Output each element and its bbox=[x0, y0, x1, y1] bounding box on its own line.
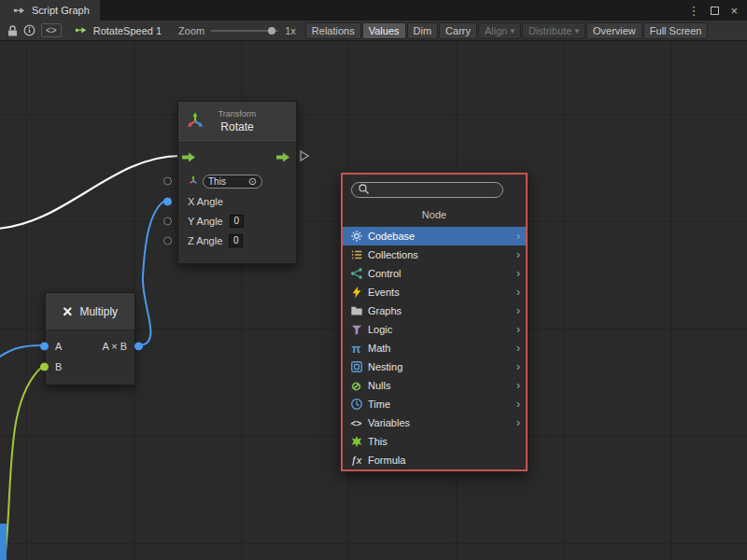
finder-item-nesting[interactable]: Nesting › bbox=[343, 357, 526, 376]
this-field-value: This bbox=[208, 176, 226, 187]
time-icon bbox=[349, 398, 363, 411]
object-picker-icon[interactable]: ⊙ bbox=[248, 176, 257, 187]
finder-item-label: Codebase bbox=[368, 231, 415, 242]
z-angle-input[interactable]: 0 bbox=[229, 234, 243, 247]
events-icon bbox=[349, 286, 363, 299]
finder-item-graphs[interactable]: Graphs › bbox=[343, 301, 526, 320]
finder-item-label: Time bbox=[368, 399, 390, 410]
finder-item-math[interactable]: π Math › bbox=[343, 339, 526, 357]
node-rotate[interactable]: Transform Rotate bbox=[177, 101, 297, 264]
a-label: A bbox=[55, 341, 62, 352]
node-multiply[interactable]: × Multiply A A × B B bbox=[45, 292, 135, 385]
node-title: Multiply bbox=[79, 305, 118, 318]
finder-item-events[interactable]: Events › bbox=[343, 283, 526, 301]
finder-search-box[interactable] bbox=[351, 182, 503, 198]
a-times-b-label: A × B bbox=[102, 341, 134, 352]
node-multiply-header[interactable]: × Multiply bbox=[46, 293, 134, 330]
wire-multiply-to-x-angle bbox=[140, 200, 166, 345]
tab-script-graph[interactable]: Script Graph bbox=[0, 0, 100, 21]
info-icon[interactable] bbox=[21, 22, 37, 39]
flow-output-icon[interactable] bbox=[276, 152, 290, 162]
b-label: B bbox=[55, 361, 62, 372]
unity-script-graph-window: Script Graph ⋮ × <> RotateSpeed 1 Zoom 1… bbox=[0, 0, 747, 560]
graph-canvas[interactable]: Transform Rotate bbox=[0, 41, 747, 560]
port-row-y-angle: Y Angle 0 bbox=[178, 211, 296, 231]
edge-wire-highlight bbox=[0, 524, 7, 560]
relations-button[interactable]: Relations bbox=[305, 22, 361, 39]
finder-item-label: This bbox=[368, 436, 388, 447]
node-multiply-body: A A × B B bbox=[46, 330, 134, 377]
z-angle-label: Z Angle bbox=[188, 235, 222, 246]
graphs-icon bbox=[349, 304, 363, 317]
breadcrumb[interactable]: RotateSpeed 1 bbox=[73, 22, 162, 39]
chevron-right-icon: › bbox=[516, 379, 520, 392]
lock-icon[interactable] bbox=[4, 22, 21, 39]
align-button[interactable]: Align▾ bbox=[478, 22, 521, 39]
overview-button[interactable]: Overview bbox=[586, 22, 642, 39]
port-row-x-angle: X Angle bbox=[178, 191, 296, 211]
finder-item-label: Graphs bbox=[368, 305, 402, 316]
align-label: Align bbox=[485, 25, 507, 36]
chevron-right-icon: › bbox=[516, 323, 520, 336]
title-bar: Script Graph ⋮ × bbox=[0, 0, 747, 21]
x-angle-label: X Angle bbox=[188, 196, 223, 207]
finder-item-this[interactable]: This bbox=[343, 432, 526, 451]
distribute-label: Distribute bbox=[529, 25, 571, 36]
zoom-slider-handle[interactable] bbox=[268, 27, 275, 35]
transform-icon bbox=[186, 112, 204, 133]
port-this[interactable] bbox=[163, 177, 172, 186]
variables-icon: <> bbox=[349, 418, 363, 428]
flow-row bbox=[178, 143, 296, 171]
port-a[interactable] bbox=[40, 343, 49, 351]
zoom-slider[interactable] bbox=[211, 30, 278, 32]
wire-flow-white bbox=[0, 156, 180, 229]
port-z-angle[interactable] bbox=[163, 236, 172, 245]
values-button[interactable]: Values bbox=[362, 22, 406, 39]
tab-title: Script Graph bbox=[32, 5, 90, 16]
wire-left-to-a bbox=[0, 345, 43, 358]
window-controls: ⋮ × bbox=[687, 0, 747, 21]
collections-icon bbox=[349, 248, 363, 261]
kebab-menu-icon[interactable]: ⋮ bbox=[687, 4, 699, 18]
chevron-right-icon: › bbox=[516, 342, 520, 355]
transform-mini-icon bbox=[188, 175, 199, 187]
port-a-times-b[interactable] bbox=[134, 343, 143, 351]
nesting-icon bbox=[349, 360, 363, 373]
full-screen-button[interactable]: Full Screen bbox=[643, 22, 709, 39]
y-angle-input[interactable]: 0 bbox=[230, 215, 244, 228]
port-b[interactable] bbox=[40, 363, 49, 371]
finder-item-control[interactable]: Control › bbox=[343, 264, 526, 283]
graph-name: RotateSpeed 1 bbox=[93, 25, 162, 36]
chevron-right-icon: › bbox=[516, 398, 520, 411]
finder-item-formula[interactable]: ƒx Formula bbox=[343, 451, 526, 469]
close-icon[interactable]: × bbox=[730, 4, 738, 18]
carry-button[interactable]: Carry bbox=[439, 22, 477, 39]
this-icon bbox=[349, 435, 363, 448]
maximize-icon[interactable] bbox=[711, 7, 719, 15]
flow-input-icon[interactable] bbox=[182, 152, 196, 162]
finder-list: Codebase › Collections › Control › bbox=[343, 227, 526, 469]
values-label: Values bbox=[369, 25, 400, 36]
finder-item-collections[interactable]: Collections › bbox=[343, 245, 526, 264]
finder-header: Node bbox=[343, 209, 526, 221]
node-rotate-header[interactable]: Transform Rotate bbox=[178, 102, 296, 143]
zoom-value: 1x bbox=[285, 25, 296, 36]
this-object-field[interactable]: This ⊙ bbox=[203, 175, 262, 189]
finder-item-label: Logic bbox=[368, 324, 392, 335]
port-y-angle[interactable] bbox=[163, 217, 172, 225]
finder-item-logic[interactable]: Logic › bbox=[343, 320, 526, 339]
dim-button[interactable]: Dim bbox=[407, 22, 439, 39]
chevron-right-icon: › bbox=[516, 230, 520, 243]
distribute-button[interactable]: Distribute▾ bbox=[522, 22, 585, 39]
port-x-angle[interactable] bbox=[163, 197, 172, 205]
finder-item-variables[interactable]: <> Variables › bbox=[343, 413, 526, 432]
port-row-z-angle: Z Angle 0 bbox=[178, 231, 296, 250]
graph-asset-icon bbox=[73, 22, 90, 39]
finder-item-codebase[interactable]: Codebase › bbox=[343, 227, 526, 245]
search-icon bbox=[358, 183, 370, 197]
search-input[interactable] bbox=[374, 185, 497, 196]
finder-item-time[interactable]: Time › bbox=[343, 395, 526, 413]
control-icon bbox=[349, 267, 363, 280]
code-view-icon[interactable]: <> bbox=[41, 23, 62, 37]
finder-item-nulls[interactable]: ⊘ Nulls › bbox=[343, 376, 526, 395]
